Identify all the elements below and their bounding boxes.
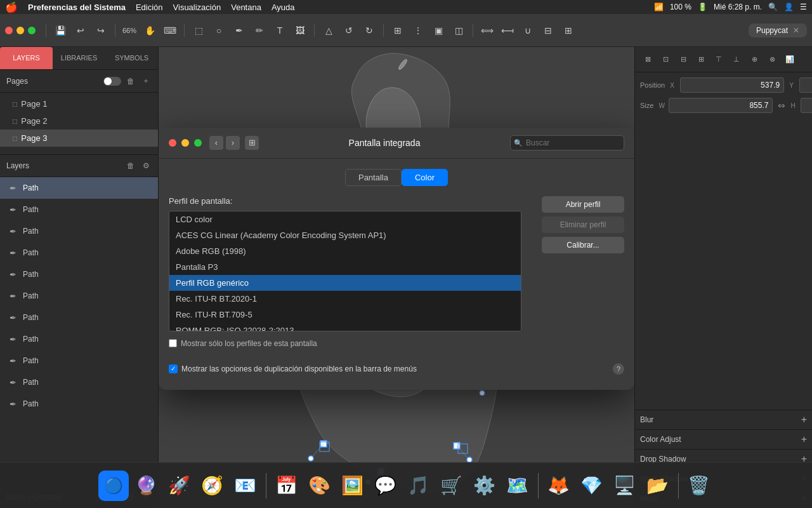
layer-item[interactable]: ✒ Path	[0, 307, 158, 328]
select-tool[interactable]: ⬚	[190, 22, 207, 39]
dock-finder2[interactable]: 📂	[643, 471, 673, 501]
tab-layers[interactable]: LAYERS	[0, 47, 53, 69]
dock-prefs[interactable]: ⚙️	[469, 471, 500, 501]
union-tool[interactable]: ∪	[519, 22, 537, 39]
group-tool[interactable]: ▣	[429, 22, 447, 39]
shortcut-tool[interactable]: ⌨	[161, 22, 179, 39]
dock-photos[interactable]: 🖼️	[337, 471, 368, 501]
layers-settings-icon[interactable]: ⚙	[140, 160, 152, 171]
pages-add-icon[interactable]: ＋	[140, 76, 152, 87]
layer-item[interactable]: ✒ Path	[0, 199, 158, 220]
redo-button[interactable]: ↪	[92, 22, 110, 39]
hand-tool[interactable]: ✋	[141, 22, 159, 39]
dock-messages[interactable]: 💬	[370, 471, 401, 501]
dialog-minimize-btn[interactable]	[181, 139, 189, 147]
pages-delete-icon[interactable]: 🗑	[125, 76, 136, 87]
align-tool[interactable]: ⊞	[389, 22, 407, 39]
dialog-forward-btn[interactable]: ›	[226, 136, 240, 150]
align-center-h-btn[interactable]: ⊕	[747, 52, 762, 67]
pen-tool[interactable]: ✒	[230, 22, 248, 39]
dialog-back-btn[interactable]: ‹	[209, 136, 223, 150]
layer-item[interactable]: ✒ Path	[0, 350, 158, 371]
menu-help[interactable]: Ayuda	[272, 3, 295, 12]
dock-mail[interactable]: 📧	[230, 471, 261, 501]
layer-item[interactable]: ✒ Path	[0, 264, 158, 285]
color-adjust-add-icon[interactable]: +	[801, 434, 807, 445]
menu-view[interactable]: Visualización	[173, 3, 221, 12]
distribute-v-btn[interactable]: ⊞	[693, 52, 709, 67]
dock-music[interactable]: 🎵	[403, 471, 434, 501]
x-input[interactable]	[680, 77, 784, 93]
search-icon[interactable]: 🔍	[768, 3, 778, 11]
grid-tool[interactable]: ⊟	[539, 22, 557, 39]
profile-item[interactable]: LCD color	[169, 211, 521, 227]
layer-item[interactable]: ✒ Path	[0, 177, 158, 199]
profile-list[interactable]: LCD color ACES CG Linear (Academy Color …	[169, 211, 521, 331]
h-input[interactable]	[801, 98, 812, 113]
shape-tool[interactable]: ○	[210, 22, 228, 39]
calibrar-btn[interactable]: Calibrar...	[542, 237, 624, 253]
slice-tool[interactable]: △	[320, 22, 337, 39]
dock-sketch[interactable]: 🎨	[304, 471, 335, 501]
layer-item[interactable]: ✒ Path	[0, 242, 158, 264]
flip-v[interactable]: ⟻	[499, 22, 516, 39]
dock-calendar[interactable]: 📅	[272, 471, 302, 501]
flip-h[interactable]: ⟺	[478, 22, 496, 39]
rotate-left[interactable]: ↺	[340, 22, 358, 39]
dock-firefox[interactable]: 🦊	[544, 471, 574, 501]
color-adjust-row[interactable]: Color Adjust +	[635, 429, 812, 449]
dock-appstore[interactable]: 🛒	[436, 471, 467, 501]
lock-ratio-icon[interactable]: ⇔	[778, 100, 785, 111]
abrir-perfil-btn[interactable]: Abrir perfil	[542, 196, 624, 213]
distribute-h-btn[interactable]: ⊟	[676, 52, 691, 67]
tab-close-icon[interactable]: ✕	[793, 26, 799, 35]
w-input[interactable]	[669, 98, 773, 113]
pages-toggle[interactable]	[103, 77, 121, 86]
dock-finder[interactable]: 🔵	[98, 471, 129, 501]
window-minimize[interactable]	[16, 27, 24, 34]
page-item[interactable]: □ Page 1	[0, 95, 158, 112]
dialog-search-input[interactable]	[510, 135, 624, 150]
page-item[interactable]: □ Page 2	[0, 112, 158, 130]
page-item-active[interactable]: □ Page 3	[0, 130, 158, 147]
blur-row[interactable]: Blur +	[635, 410, 812, 429]
distribute-tool[interactable]: ⋮	[409, 22, 427, 39]
profile-item[interactable]: Adobe RGB (1998)	[169, 243, 521, 259]
dock-launchpad[interactable]: 🚀	[164, 471, 195, 501]
menu-prefs[interactable]: Preferencias del Sistema	[28, 3, 126, 12]
tab-symbols[interactable]: SYMBOLS	[105, 47, 158, 69]
apple-menu[interactable]: 🍎	[5, 1, 18, 13]
profile-item[interactable]: ROMM RGB: ISO 22028-2:2013	[169, 323, 521, 331]
dialog-maximize-btn[interactable]	[194, 139, 202, 147]
tab-pantalla[interactable]: Pantalla	[345, 169, 402, 186]
align-center-v-btn[interactable]: ⊗	[764, 52, 780, 67]
zoom-button[interactable]: 66%	[121, 22, 138, 39]
profile-item[interactable]: Rec. ITU-R BT.709-5	[169, 307, 521, 323]
dock-trash[interactable]: 🗑️	[684, 471, 714, 501]
tab-color[interactable]: Color	[402, 169, 448, 186]
menu-edit[interactable]: Edición	[136, 3, 163, 12]
dock-sketch2[interactable]: 💎	[577, 471, 607, 501]
layer-item[interactable]: ✒ Path	[0, 220, 158, 242]
dialog-close-btn[interactable]	[169, 139, 176, 147]
preferences-dialog[interactable]: ‹ › ⊞ Pantalla integrada 🔍 Pantalla	[159, 128, 634, 390]
align-bottom-btn[interactable]: ⊥	[729, 52, 744, 67]
pencil-tool[interactable]: ✏	[251, 22, 268, 39]
profile-item[interactable]: Rec. ITU-R BT.2020-1	[169, 291, 521, 307]
layer-item[interactable]: ✒ Path	[0, 285, 158, 307]
align-top-btn[interactable]: ⊤	[711, 52, 726, 67]
dock-safari[interactable]: 🧭	[197, 471, 228, 501]
profile-item[interactable]: Pantalla P3	[169, 259, 521, 275]
undo-button[interactable]: ↩	[72, 22, 89, 39]
dock-screen[interactable]: 🖥️	[610, 471, 640, 501]
layer-item[interactable]: ✒ Path	[0, 328, 158, 350]
control-center-icon[interactable]: ☰	[800, 3, 807, 11]
menu-window[interactable]: Ventana	[231, 3, 261, 12]
duplication-checkbox[interactable]: ✓	[169, 364, 178, 373]
eliminar-perfil-btn[interactable]: Eliminar perfil	[542, 217, 624, 233]
save-button[interactable]: 💾	[51, 22, 69, 39]
y-input[interactable]	[799, 77, 812, 93]
tab-libraries[interactable]: LIBRARIES	[53, 47, 105, 69]
layers-delete-icon[interactable]: 🗑	[125, 160, 136, 171]
profile-item-selected[interactable]: Perfil RGB genérico	[169, 275, 521, 291]
